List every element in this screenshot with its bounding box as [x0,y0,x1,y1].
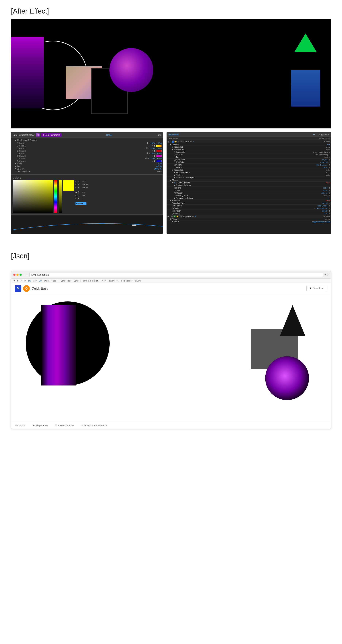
bookmark-task[interactable]: Task [52,280,56,282]
color4-swatch[interactable] [156,160,162,162]
ae-preview-canvas [11,19,331,128]
search-icon[interactable]: 🔍 [313,134,316,136]
color1-icon [17,145,18,146]
alpha-bar[interactable] [59,180,62,213]
ae-header-right: late [157,134,161,136]
bright-radio[interactable] [75,187,77,188]
hue-radio[interactable] [75,181,77,182]
point3-icon [17,153,18,154]
svg-marker-17 [280,305,305,336]
b-value-row: B: 0 [75,197,88,200]
user-avatar[interactable]: Q [23,285,30,292]
svg-marker-3 [154,145,156,147]
fx-badge: fx [36,133,40,136]
hue-bar[interactable] [54,180,57,213]
bookmark-lw2[interactable]: LW [39,280,42,282]
bookmark-korean[interactable]: 한국어 응용법/분... [83,279,100,282]
blend-expand[interactable] [15,163,16,164]
rect2-row: Rectangle 2 Normal [167,146,331,148]
url-bar[interactable]: luviFilter.com/lp [29,272,323,277]
color-picker-panel: Color 1 H: [11,174,163,215]
bookmark-dev[interactable]: dev [33,280,37,282]
color-picker-body: H: 60 ° S: 100 % B: 100 % [13,180,161,213]
download-button[interactable]: ⬇ Download [307,286,327,291]
color3-swatch[interactable] [156,155,162,157]
poscolors-sub-row: Positions & Colors [167,184,331,187]
bookmark-n1[interactable]: N [17,280,19,282]
opacity-expand[interactable] [15,168,16,170]
expand-icon[interactable] [15,140,16,141]
purple-cylinder-strip [41,305,76,386]
ae-section-title: [After Effect] [0,0,342,19]
point3-row: Point 3 192.0, 972.0 [11,152,163,155]
logo-icon[interactable]: ✎ [15,285,21,292]
bookmark-lw[interactable]: LW [28,280,31,282]
colors-row: Colors Edit Gradient... ⚙ [167,164,331,166]
bookmark-n2[interactable]: N [21,280,22,282]
svg-marker-9 [149,152,150,154]
ae-right-panel-header: 0;00;00;00 🔍 ⚙ ▣ ◈ ⊕ ✒ [167,132,331,137]
column-headers: Layer Name Parent & Link [167,137,331,140]
app-logo-area: ✎ Q Quick Easy [15,285,48,292]
hex-input[interactable]: FFFF00 [75,202,86,205]
maximize-button[interactable] [19,274,22,276]
gradfill1-row: Gradient Fill 1 Color [167,148,331,151]
blending-mode-row: Blending Mode None [11,170,163,173]
reset-button[interactable]: Reset [106,134,112,136]
ae-blue-rect [291,70,320,106]
timecode: 0;00;00;00 [169,133,179,136]
app-header: ✎ Q Quick Easy ⬇ Download [11,283,331,294]
blend-row: Blend 100.0 [11,162,163,165]
minimize-button[interactable] [16,274,19,276]
bookmark-meeting[interactable]: 1/28-31 설명회 ra... [102,279,119,282]
bookmark-explain[interactable]: 설명회 [135,279,141,282]
r-radio[interactable] [75,192,77,193]
bookmark-todo[interactable]: Todo [67,280,71,282]
shortcuts-label: Shortcuts: [15,424,25,427]
ae-left-panel: late - GradientRadar fx 4-Color Gradient… [11,132,163,234]
bookmark-works[interactable]: Works [44,280,49,282]
layer4-icon: 4 [173,215,176,218]
bright-value-row: B: 100 % [75,186,88,189]
window-controls [13,274,22,276]
color-preview-swatch [63,180,74,191]
point2-icon [17,148,18,149]
contents-row: Contents Add: [167,143,331,146]
comp-options-row: Compositing Options + − [167,197,331,200]
layer3-name: GradientRadar [177,141,189,143]
click-icon: ⊡ [81,424,83,427]
jitter-row: Jitter 0.0 % [11,165,163,168]
b-radio[interactable] [75,198,77,199]
jitter-sub-row: Jitter 0.0 % ⚙ [167,189,331,192]
point1-row: Point 1 192.0, 108.0 [11,142,163,144]
color1-swatch[interactable] [156,145,162,147]
bookmark-m[interactable]: m [24,280,26,282]
close-button[interactable] [13,274,15,276]
layer3-icon: 3 [172,140,174,143]
point4-icon [17,158,18,159]
type-row: Type Linear ⌄ [167,156,331,158]
ae-properties: Positions & Colors Point 1 192.0, 108.0 … [11,138,163,174]
point2-row: Point 2 1728.0, 108.0 [11,147,163,150]
sat-value-row: S: 100 % [75,183,88,186]
like-shortcut: ♡ Like Animation [55,424,74,427]
layer4-row: ◉ ◁ ▷ 4 ⭐ GradientRadar ⊕ fx ⚙ None [167,215,331,218]
hue-value-row: H: 60 ° [75,180,88,183]
g-radio[interactable] [75,195,77,196]
ae-green-triangle [295,34,317,52]
svg-marker-5 [148,147,149,149]
sat-radio[interactable] [75,184,77,185]
color-spectrum[interactable] [13,180,53,213]
color2-swatch[interactable] [156,150,162,152]
bookmark-apps[interactable]: ⠿ [13,280,15,282]
bookmark-eq2[interactable]: E&Q [74,280,78,282]
blendmode-sub-row: Blending Mode None ⚙ [167,194,331,197]
path1-row: Path 1 Toggle Switches / Modes [167,220,331,223]
effect-name-badge: 4-Color Gradient [41,133,61,136]
ae-purple-sphere [109,48,153,92]
blend-mode-icon [15,171,16,172]
jitter-expand[interactable] [15,165,16,167]
bookmark-bot[interactable]: botSedinFile [122,280,133,282]
play-shortcut: ▶ Play/Pause [33,424,48,427]
bookmark-eq[interactable]: E&Q [61,280,65,282]
